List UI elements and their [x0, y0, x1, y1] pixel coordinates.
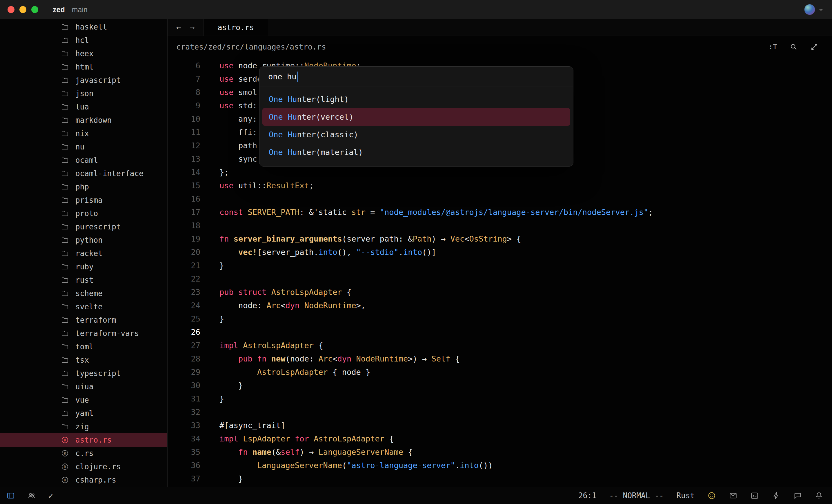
- code-text: pub fn new(node: Arc<dyn NodeRuntime>) →…: [219, 352, 460, 366]
- expand-pane-icon[interactable]: [810, 43, 819, 51]
- code-line[interactable]: 20 vec![server_path.into(), "--stdio".in…: [167, 246, 832, 259]
- code-line[interactable]: 33#[async_trait]: [167, 419, 832, 432]
- code-line[interactable]: 31}: [167, 392, 832, 405]
- file-tree-item[interactable]: terraform: [0, 313, 167, 327]
- code-line[interactable]: 25}: [167, 312, 832, 326]
- file-tree-item[interactable]: prisma: [0, 194, 167, 207]
- theme-option[interactable]: One Hunter(light): [262, 90, 570, 108]
- mail-icon[interactable]: [729, 491, 737, 500]
- file-tree-item[interactable]: ruby: [0, 260, 167, 274]
- close-window-button[interactable]: [7, 6, 15, 13]
- line-number: 12: [167, 139, 200, 152]
- code-line[interactable]: 29 AstroLspAdapter { node }: [167, 366, 832, 379]
- code-line[interactable]: 17const SERVER_PATH: &'static str = "nod…: [167, 206, 832, 219]
- code-line[interactable]: 35 fn name(&self) → LanguageServerName {: [167, 446, 832, 459]
- file-tree-item[interactable]: typescript: [0, 367, 167, 380]
- code-line[interactable]: 18: [167, 219, 832, 232]
- project-panel-icon[interactable]: [6, 491, 15, 500]
- file-tree-item[interactable]: heex: [0, 47, 167, 60]
- breadcrumb[interactable]: crates/zed/src/languages/astro.rs: [176, 43, 326, 51]
- file-tree-item[interactable]: hcl: [0, 34, 167, 47]
- code-line[interactable]: 21}: [167, 259, 832, 272]
- feedback-smiley-icon[interactable]: [707, 491, 716, 500]
- code-line[interactable]: 14};: [167, 166, 832, 179]
- code-line[interactable]: 28 pub fn new(node: Arc<dyn NodeRuntime>…: [167, 352, 832, 366]
- folder-icon: [61, 209, 69, 218]
- git-branch-label[interactable]: main: [72, 5, 87, 14]
- theme-option[interactable]: One Hunter(classic): [262, 126, 570, 143]
- file-tree-item[interactable]: json: [0, 87, 167, 100]
- code-line[interactable]: 23pub struct AstroLspAdapter {: [167, 286, 832, 299]
- minimize-window-button[interactable]: [20, 6, 26, 13]
- code-line[interactable]: 30 }: [167, 379, 832, 392]
- user-avatar[interactable]: [804, 4, 815, 15]
- file-tree-item[interactable]: lua: [0, 100, 167, 114]
- file-tree-item[interactable]: Rclojure.rs: [0, 460, 167, 473]
- syntax-selector-button[interactable]: :T: [769, 43, 777, 51]
- file-tree-item[interactable]: php: [0, 180, 167, 194]
- file-tree-item[interactable]: terraform-vars: [0, 327, 167, 340]
- zoom-window-button[interactable]: [31, 6, 38, 13]
- chevron-down-icon[interactable]: [817, 6, 825, 13]
- file-tree-item[interactable]: proto: [0, 207, 167, 220]
- assistant-zap-icon[interactable]: [772, 491, 780, 500]
- file-tree-item[interactable]: vue: [0, 393, 167, 407]
- file-tree-item[interactable]: racket: [0, 247, 167, 260]
- file-tree-item-label: lua: [75, 103, 89, 111]
- folder-icon: [61, 116, 69, 124]
- file-tree-item[interactable]: purescript: [0, 220, 167, 233]
- file-tree-item[interactable]: ocaml-interface: [0, 167, 167, 180]
- file-tree-item-label: markdown: [75, 116, 112, 124]
- code-line[interactable]: 19fn server_binary_arguments(server_path…: [167, 232, 832, 246]
- code-line[interactable]: 24 node: Arc<dyn NodeRuntime>,: [167, 299, 832, 312]
- cursor-position[interactable]: 26:1: [578, 491, 597, 500]
- file-tree-item[interactable]: scheme: [0, 287, 167, 300]
- line-number: 20: [167, 246, 200, 259]
- theme-option[interactable]: One Hunter(material): [262, 143, 570, 161]
- file-tree-item[interactable]: uiua: [0, 380, 167, 393]
- theme-option[interactable]: One Hunter(vercel): [262, 108, 570, 126]
- chat-icon[interactable]: [793, 491, 802, 500]
- notifications-bell-icon[interactable]: [814, 491, 823, 500]
- code-line[interactable]: 22: [167, 272, 832, 286]
- file-tree-item[interactable]: zig: [0, 420, 167, 433]
- diagnostics-check-icon[interactable]: ✓: [48, 491, 53, 501]
- file-tree-item[interactable]: javascript: [0, 74, 167, 87]
- file-tree-item[interactable]: markdown: [0, 114, 167, 127]
- file-tree-item[interactable]: haskell: [0, 20, 167, 34]
- line-number: 18: [167, 219, 200, 232]
- line-number: 37: [167, 472, 200, 485]
- theme-picker-search-input[interactable]: one hu: [259, 66, 573, 87]
- search-icon[interactable]: [789, 43, 798, 51]
- code-line[interactable]: 15use util::ResultExt;: [167, 179, 832, 192]
- file-tree-item[interactable]: Rastro.rs: [0, 433, 167, 447]
- file-tree-item[interactable]: rust: [0, 274, 167, 287]
- navigate-back-button[interactable]: ←: [176, 23, 181, 32]
- file-tree-item[interactable]: Rcsharp.rs: [0, 473, 167, 486]
- file-tree-item[interactable]: yaml: [0, 407, 167, 420]
- code-line[interactable]: 16: [167, 192, 832, 206]
- file-tree-item[interactable]: toml: [0, 340, 167, 354]
- tab-astro-rs[interactable]: astro.rs: [204, 19, 268, 36]
- file-tree-item[interactable]: Rc.rs: [0, 447, 167, 460]
- file-tree-item[interactable]: nu: [0, 140, 167, 153]
- code-line[interactable]: 27impl AstroLspAdapter {: [167, 339, 832, 352]
- code-line[interactable]: 32: [167, 405, 832, 419]
- navigate-forward-button[interactable]: →: [190, 23, 195, 32]
- code-line[interactable]: 37 }: [167, 472, 832, 485]
- code-line[interactable]: 36 LanguageServerName("astro-language-se…: [167, 459, 832, 472]
- file-tree-item[interactable]: svelte: [0, 300, 167, 313]
- file-tree-item[interactable]: tsx: [0, 354, 167, 367]
- file-tree-item[interactable]: python: [0, 233, 167, 247]
- code-text: impl AstroLspAdapter {: [219, 339, 323, 352]
- code-line[interactable]: 26: [167, 326, 832, 339]
- file-tree-item[interactable]: ocaml: [0, 153, 167, 167]
- language-selector[interactable]: Rust: [676, 491, 695, 500]
- app-title: zed: [53, 5, 65, 14]
- terminal-icon[interactable]: [750, 491, 759, 500]
- collaboration-icon[interactable]: [27, 491, 36, 500]
- code-line[interactable]: 34impl LspAdapter for AstroLspAdapter {: [167, 432, 832, 446]
- file-tree-item[interactable]: html: [0, 60, 167, 74]
- line-number: 32: [167, 405, 200, 419]
- file-tree-item[interactable]: nix: [0, 127, 167, 140]
